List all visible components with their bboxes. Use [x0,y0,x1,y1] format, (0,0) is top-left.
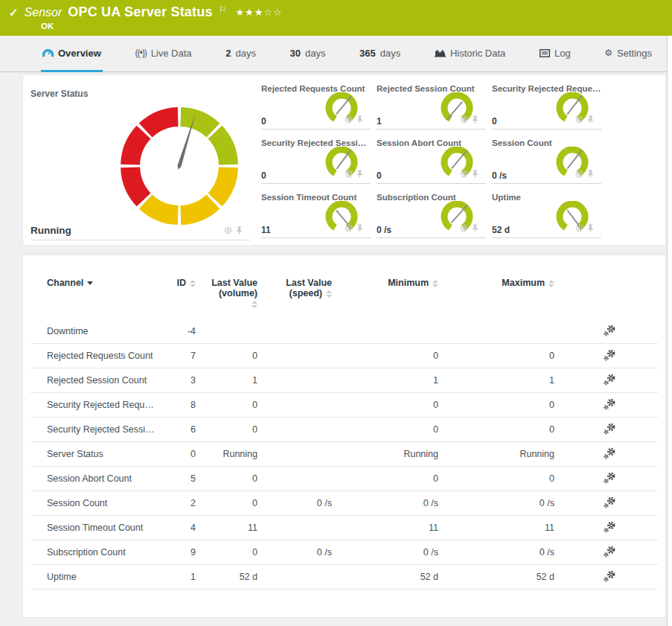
mini-gauge-tile: Security Rejected Session Co… 0 [261,138,371,184]
pin-icon[interactable] [472,224,479,232]
channels-panel: Channel ID Last Value (volume) Last Valu… [22,255,666,618]
gauges-panel: Server Status Running Rejected Requests … [22,74,666,246]
pin-icon[interactable] [472,170,479,178]
channel-settings-button[interactable] [554,325,665,339]
status-check-icon: ✓ [9,6,19,19]
cell-channel: Security Rejected Sessi… [31,424,161,435]
priority-stars[interactable]: ★★★☆☆ [235,7,282,18]
pin-icon[interactable] [236,226,243,234]
channel-settings-button[interactable] [554,546,665,560]
mini-gauges-grid: Rejected Requests Count 0 Rejected Sessi… [261,84,607,238]
gauge-value: 0 [261,116,266,127]
gauge-settings-gear-icon[interactable] [575,170,583,178]
pin-icon[interactable] [356,115,363,124]
channel-settings-button[interactable] [554,447,665,461]
cell-maximum: 0 [438,351,554,361]
flag-icon[interactable]: ⚐ [219,4,227,15]
tab-overview[interactable]: Overview [41,36,103,72]
cell-maximum: 0 [438,424,554,435]
cell-id: 9 [161,547,196,558]
gauge-settings-gear-icon[interactable] [460,115,468,124]
tab-log[interactable]: Log [538,36,572,72]
channel-settings-button[interactable] [554,423,665,437]
channel-settings-button[interactable] [554,570,665,584]
tab-live-data[interactable]: ((•)) Live Data [133,36,193,72]
channel-settings-button[interactable] [554,472,665,486]
pin-icon[interactable] [356,224,363,232]
tab-30-days[interactable]: 30days [289,36,327,72]
cell-minimum: 11 [332,523,438,533]
gauge-settings-gear-icon[interactable] [345,115,353,124]
cell-last-value-volume: 52 d [196,572,257,582]
mini-gauge-tile: Subscription Count 0 /s [377,193,486,238]
cell-last-value-speed: 0 /s [257,547,332,558]
gauge-settings-gear-icon[interactable] [575,224,583,232]
tab-historic-data[interactable]: Historic Data [433,36,507,72]
mini-gauge-tile: Rejected Requests Count 0 [261,84,371,130]
column-header-minimum[interactable]: Minimum [332,278,438,288]
cell-channel: Security Rejected Requ… [31,400,161,410]
column-header-last-value-volume[interactable]: Last Value (volume) [196,278,257,309]
column-header-maximum[interactable]: Maximum [438,278,554,288]
table-row: Security Rejected Sessi… 6 0 0 0 [31,418,658,442]
pin-icon[interactable] [472,115,479,124]
sort-icon [190,280,196,287]
cell-maximum: 11 [438,523,554,533]
gauge-value: 11 [261,225,271,235]
sensor-overview-page: ✓ Sensor OPC UA Server Status ⚐ ★★★☆☆ OK… [0,0,672,626]
gauge-value: 52 d [492,225,510,235]
gauge-icon [42,48,54,58]
pin-icon[interactable] [356,170,363,178]
gears-icon [603,423,616,435]
channel-settings-button[interactable] [554,398,665,412]
cell-minimum: 0 [332,400,438,410]
gears-icon [603,349,616,361]
cell-channel: Server Status [31,449,161,459]
tab-2-days[interactable]: 2days [224,36,257,72]
table-row: Rejected Session Count 3 1 1 1 [31,368,658,393]
server-status-gauge-tile: Server Status Running [31,84,250,240]
channel-settings-button[interactable] [554,349,665,363]
gauge-settings-gear-icon[interactable] [345,224,353,232]
pin-icon[interactable] [587,170,594,178]
gears-icon [603,570,616,582]
column-header-channel[interactable]: Channel [31,278,161,288]
sort-icon [432,280,438,287]
cell-minimum: 0 /s [332,547,438,558]
gauge-value: 1 [377,116,382,127]
channel-settings-button[interactable] [554,521,665,535]
cell-minimum: 0 [332,424,438,435]
cell-id: 1 [161,572,196,582]
cell-last-value-volume: Running [196,449,257,459]
cell-maximum: 0 /s [438,498,554,508]
gauge-settings-gear-icon[interactable] [575,115,583,124]
pin-icon[interactable] [587,115,594,124]
gears-icon [603,521,616,533]
cell-channel: Session Timeout Count [31,523,161,533]
mini-gauge-tile: Session Timeout Count 11 [261,193,371,238]
column-header-id[interactable]: ID [161,278,196,288]
mini-gauge-tile: Rejected Session Count 1 [377,84,486,130]
server-status-gauge [109,95,250,237]
gauge-settings-gear-icon[interactable] [224,226,232,234]
cell-minimum: 0 [332,351,438,361]
tab-settings[interactable]: ⚙ Settings [603,36,653,72]
cell-maximum: Running [438,449,554,459]
tab-365-days[interactable]: 365days [358,36,402,72]
pin-icon[interactable] [587,224,594,232]
gears-icon [603,472,616,484]
channel-settings-button[interactable] [554,496,665,511]
cell-last-value-volume: 0 [196,547,257,558]
gauge-settings-gear-icon[interactable] [460,224,468,232]
table-header-row: Channel ID Last Value (volume) Last Valu… [31,278,658,319]
gauge-settings-gear-icon[interactable] [460,170,468,178]
sort-icon [326,290,332,298]
sensor-kind-label: Sensor [25,6,63,19]
sort-icon [252,301,257,308]
gauge-settings-gear-icon[interactable] [345,170,353,178]
cell-channel: Uptime [31,572,161,582]
column-header-last-value-speed[interactable]: Last Value (speed) [257,278,332,298]
channel-settings-button[interactable] [554,374,665,388]
cell-last-value-volume: 0 [196,424,257,435]
table-body: Downtime -4 Rejected Requests Count 7 0 … [31,319,658,590]
